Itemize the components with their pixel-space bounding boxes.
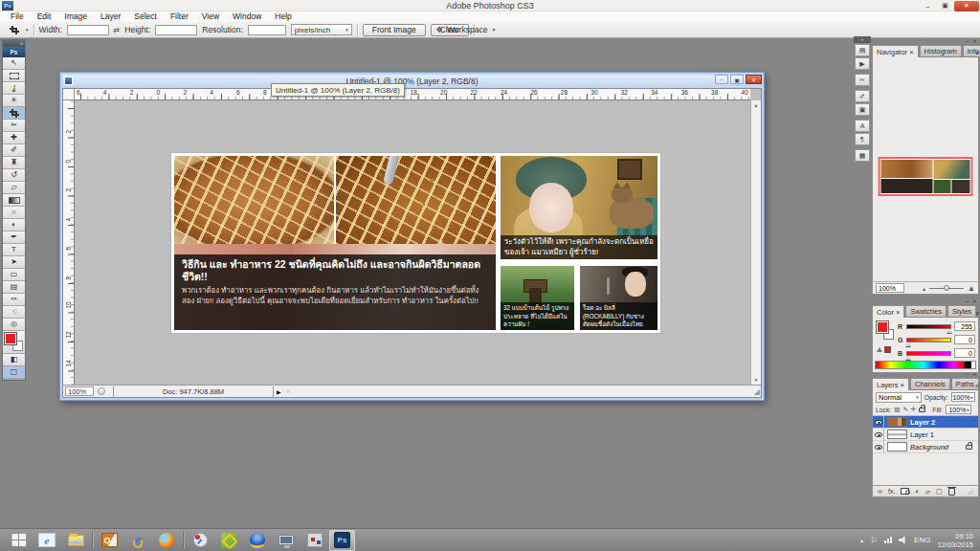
green-slider[interactable] [906, 338, 951, 342]
lock-paint-icon[interactable]: ✎ [902, 406, 907, 413]
adjustment-layer-icon[interactable]: ◐ [915, 488, 919, 495]
layer-row-layer2[interactable]: Layer 2 [873, 416, 978, 429]
marquee-tool[interactable] [3, 70, 25, 82]
panel-close-icon[interactable]: × [972, 38, 976, 45]
screen-mode-button[interactable]: ▢ [3, 366, 25, 379]
status-menu-arrow-icon[interactable]: ▶ [277, 388, 281, 395]
start-button[interactable] [4, 529, 33, 551]
history-brush-tool[interactable]: ↺ [3, 169, 25, 182]
new-layer-icon[interactable]: ▢ [936, 488, 943, 496]
menu-item[interactable]: Filter [164, 11, 195, 22]
visibility-toggle[interactable] [873, 416, 884, 429]
toolbox-collapse-icon[interactable]: » [3, 40, 25, 47]
fill-field[interactable]: 100%▸ [946, 405, 971, 414]
delete-layer-icon[interactable] [948, 488, 955, 496]
taskbar-photoshop-active[interactable]: Ps [329, 530, 355, 551]
workspace-label[interactable]: Workspace [447, 25, 487, 34]
taskbar-outlook[interactable]: O [95, 529, 123, 551]
path-selection-tool[interactable]: ➤ [3, 256, 25, 269]
navigator-zoom-field[interactable]: 100% [876, 283, 904, 293]
eyedropper-tool[interactable]: ✑ [3, 294, 25, 306]
navigator-zoom-slider[interactable] [929, 288, 964, 289]
layer-name[interactable]: Layer 1 [910, 430, 934, 439]
zoom-in-icon[interactable]: ▲ [968, 284, 975, 293]
tray-expand-icon[interactable]: ▴ [860, 537, 863, 543]
canvas-artwork[interactable]: วิธีกิน และ ทำอาหาร 22 ชนิดที่คุณคิดไม่ถ… [170, 152, 661, 334]
slice-tool[interactable]: ✂ [3, 120, 25, 132]
menu-item[interactable]: Window [226, 11, 268, 22]
menu-item[interactable]: Select [127, 11, 164, 22]
slider-handle[interactable] [905, 356, 911, 360]
layer-mask-icon[interactable] [901, 488, 909, 495]
resize-grip-icon[interactable]: ◢ [754, 387, 760, 396]
clone-stamp-tool[interactable]: ♜ [3, 157, 25, 169]
resolution-unit-select[interactable]: pixels/inch ▾ [291, 24, 352, 35]
action-center-flag-icon[interactable]: ⚐ [870, 536, 878, 545]
link-layers-icon[interactable]: ∞ [878, 488, 882, 495]
healing-brush-tool[interactable]: ✚ [3, 132, 25, 144]
chevron-down-icon[interactable]: ▾ [26, 27, 29, 33]
panel-close-icon[interactable]: × [972, 298, 976, 305]
zoom-level-field[interactable]: 100% [65, 386, 94, 396]
panel-tool-presets-icon[interactable]: ✂ [855, 74, 870, 86]
zoom-out-icon[interactable]: ▴ [923, 285, 925, 292]
network-icon[interactable] [884, 537, 892, 543]
visibility-toggle[interactable] [873, 441, 884, 453]
panel-character-icon[interactable]: A [855, 120, 870, 132]
eraser-tool[interactable]: ▱ [3, 182, 25, 194]
volume-icon[interactable] [899, 536, 907, 544]
vertical-scrollbar[interactable]: ▲ ▼ [750, 100, 761, 385]
zoom-tool[interactable]: ◎ [3, 319, 25, 331]
panel-menu-icon[interactable]: ≡ [975, 383, 979, 389]
width-input[interactable] [67, 25, 109, 35]
close-button[interactable]: ✕ [954, 1, 979, 11]
lock-transparency-icon[interactable]: ▨ [894, 406, 900, 413]
red-slider[interactable] [906, 324, 951, 329]
layer-style-icon[interactable]: fx. [888, 488, 895, 495]
resize-grip-icon[interactable]: ◿ [969, 488, 973, 496]
dock-collapse-icon[interactable]: « [854, 36, 871, 43]
move-tool[interactable]: ↖ [3, 57, 25, 70]
menu-item[interactable]: Help [268, 11, 298, 22]
swap-dimensions-icon[interactable]: ⇄ [114, 26, 121, 34]
blend-mode-select[interactable]: Normal ▾ [876, 392, 922, 403]
panel-tab[interactable]: Navigator × [872, 45, 919, 57]
lasso-tool[interactable]: ʆ [3, 82, 25, 95]
menu-item[interactable]: Image [57, 11, 94, 22]
lock-position-icon[interactable]: ✛ [911, 406, 916, 413]
opacity-field[interactable]: 100%▸ [951, 392, 975, 402]
panel-menu-icon[interactable]: ≡ [975, 50, 979, 56]
shape-tool[interactable]: ▭ [3, 269, 25, 281]
doc-close-button[interactable]: ✕ [746, 75, 762, 84]
panel-close-icon[interactable]: × [972, 371, 976, 378]
panel-menu-icon[interactable]: ≡ [975, 310, 979, 317]
language-indicator[interactable]: ENG [914, 536, 930, 544]
dodge-tool[interactable]: ◐ [3, 219, 25, 231]
panel-minimize-icon[interactable]: – [966, 371, 969, 378]
gamut-warning[interactable] [877, 346, 891, 353]
resolution-input[interactable] [248, 25, 286, 35]
pen-tool[interactable]: ✒ [3, 231, 25, 244]
red-value-field[interactable]: 255 [954, 321, 975, 331]
layer-thumbnail[interactable] [887, 417, 907, 427]
layer-name[interactable]: Layer 2 [910, 418, 935, 427]
panel-paragraph-icon[interactable]: ¶ [855, 133, 870, 145]
taskbar-firefox[interactable] [152, 529, 181, 551]
brush-tool[interactable]: ✐ [3, 144, 25, 157]
taskbar-internet-explorer[interactable]: e [123, 529, 152, 551]
panel-minimize-icon[interactable]: – [966, 298, 969, 305]
doc-restore-button[interactable]: ▣ [730, 75, 744, 84]
slider-handle[interactable] [905, 342, 911, 346]
panel-history-icon[interactable]: ▤ [855, 44, 870, 56]
layer-name[interactable]: Background [910, 443, 948, 452]
panel-tab[interactable]: Histogram [920, 45, 962, 56]
color-spectrum-ramp[interactable] [875, 361, 976, 369]
panel-brushes-icon[interactable]: ✐ [855, 90, 870, 102]
taskbar-remote-desktop-app[interactable] [272, 529, 301, 551]
layer-group-icon[interactable]: ▱ [925, 488, 930, 496]
bridge-icon[interactable]: ❖ [435, 25, 443, 34]
menu-item[interactable]: File [4, 11, 31, 22]
slider-handle[interactable] [944, 285, 949, 291]
panel-layer-comps-icon[interactable]: ▦ [855, 149, 870, 162]
lock-all-icon[interactable] [919, 408, 925, 412]
